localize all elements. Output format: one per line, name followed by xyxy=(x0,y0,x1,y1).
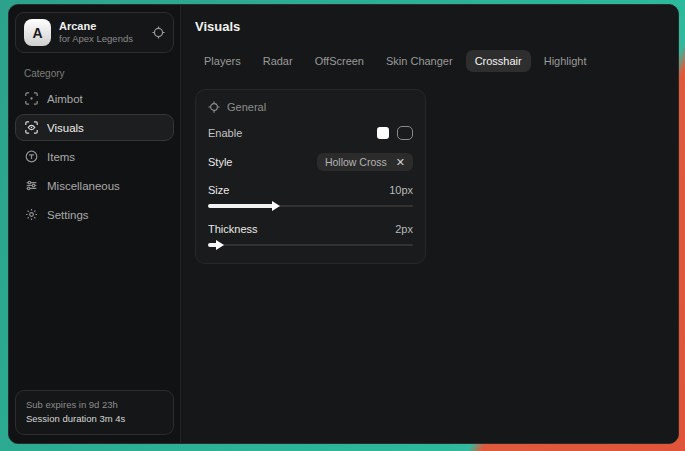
main-content: Visuals Players Radar OffScreen Skin Cha… xyxy=(181,5,678,443)
sidebar-item-items[interactable]: Items xyxy=(15,143,174,170)
app-logo: A xyxy=(24,19,51,46)
sidebar-item-settings[interactable]: Settings xyxy=(15,201,174,228)
general-panel: General Enable Style Hollow Cross ✕ Size… xyxy=(195,89,426,264)
sidebar: A Arcane for Apex Legends Category xyxy=(9,5,181,443)
items-package-icon xyxy=(25,150,38,163)
thickness-row: Thickness 2px xyxy=(208,223,413,235)
sidebar-item-visuals[interactable]: Visuals xyxy=(15,114,174,141)
slider-track xyxy=(208,244,413,246)
misc-sliders-icon xyxy=(25,179,38,192)
size-label: Size xyxy=(208,184,229,196)
size-value: 10px xyxy=(389,184,413,196)
app-subtitle: for Apex Legends xyxy=(59,33,144,45)
thickness-value: 2px xyxy=(395,223,413,235)
sidebar-spacer xyxy=(9,228,180,390)
session-duration-text: Session duration 3m 4s xyxy=(26,412,163,427)
sub-expires-text: Sub expires in 9d 23h xyxy=(26,398,163,413)
tab-bar: Players Radar OffScreen Skin Changer Cro… xyxy=(195,50,664,72)
style-row: Style Hollow Cross ✕ xyxy=(208,153,413,171)
tab-highlight[interactable]: Highlight xyxy=(535,50,596,72)
tab-radar[interactable]: Radar xyxy=(254,50,302,72)
app-window: A Arcane for Apex Legends Category xyxy=(8,4,679,444)
sidebar-item-label: Settings xyxy=(47,209,89,221)
slider-thumb[interactable] xyxy=(216,240,224,250)
enable-row: Enable xyxy=(208,126,413,140)
sidebar-item-label: Aimbot xyxy=(47,93,83,105)
clear-icon[interactable]: ✕ xyxy=(396,157,405,168)
size-row: Size 10px xyxy=(208,184,413,196)
slider-thumb[interactable] xyxy=(272,201,280,211)
enable-controls xyxy=(377,126,413,140)
thickness-slider[interactable] xyxy=(208,241,413,249)
slider-fill xyxy=(208,204,274,208)
thickness-label: Thickness xyxy=(208,223,258,235)
sidebar-item-aimbot[interactable]: Aimbot xyxy=(15,85,174,112)
panel-header: General xyxy=(208,101,413,113)
size-slider[interactable] xyxy=(208,202,413,210)
style-value: Hollow Cross xyxy=(325,156,387,168)
enable-label: Enable xyxy=(208,127,242,139)
style-select[interactable]: Hollow Cross ✕ xyxy=(317,153,413,171)
visuals-eye-icon xyxy=(25,121,38,134)
style-label: Style xyxy=(208,156,232,168)
category-label: Category xyxy=(24,68,180,79)
brand-card: A Arcane for Apex Legends xyxy=(15,12,174,53)
subscription-card: Sub expires in 9d 23h Session duration 3… xyxy=(15,390,174,435)
tab-players[interactable]: Players xyxy=(195,50,250,72)
aimbot-scan-icon xyxy=(25,92,38,105)
color-swatch[interactable] xyxy=(377,127,389,139)
brand-text: Arcane for Apex Legends xyxy=(59,20,144,46)
enable-checkbox[interactable] xyxy=(397,126,413,140)
settings-gear-icon xyxy=(25,208,38,221)
crosshair-icon xyxy=(208,101,220,113)
tab-offscreen[interactable]: OffScreen xyxy=(306,50,373,72)
tab-crosshair[interactable]: Crosshair xyxy=(466,50,531,72)
app-title: Arcane xyxy=(59,20,144,34)
sidebar-item-label: Items xyxy=(47,151,75,163)
sidebar-nav: Aimbot Visuals Items xyxy=(9,85,180,228)
page-title: Visuals xyxy=(195,19,664,34)
sidebar-item-label: Miscellaneous xyxy=(47,180,120,192)
panel-title: General xyxy=(227,101,266,113)
crosshair-icon[interactable] xyxy=(152,26,165,39)
tab-skin-changer[interactable]: Skin Changer xyxy=(377,50,462,72)
sidebar-item-miscellaneous[interactable]: Miscellaneous xyxy=(15,172,174,199)
sidebar-item-label: Visuals xyxy=(47,122,84,134)
